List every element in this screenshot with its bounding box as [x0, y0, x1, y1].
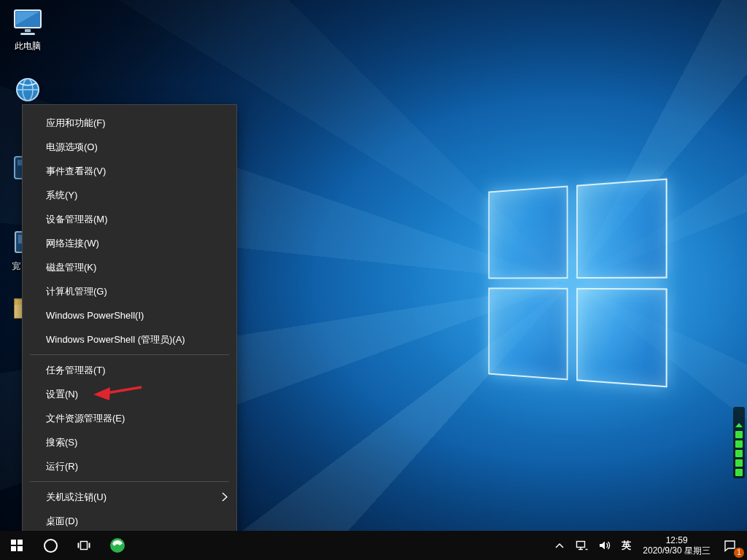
battery-gauge-widget[interactable]: [733, 407, 745, 478]
network-icon: [575, 540, 588, 551]
icon-label: 此电脑: [7, 41, 48, 51]
menu-item-label: 运行(R): [46, 461, 78, 472]
start-button[interactable]: [0, 531, 34, 560]
menu-separator: [30, 354, 229, 355]
menu-item-file-explorer[interactable]: 文件资源管理器(E): [23, 406, 236, 430]
globe-icon: [12, 76, 44, 105]
menu-separator: [30, 481, 229, 482]
taskbar-empty-area: [134, 531, 549, 560]
desktop-icon-this-pc[interactable]: 此电脑: [7, 9, 48, 51]
network-tray-button[interactable]: [570, 531, 593, 560]
gauge-arrow-icon: [735, 423, 743, 427]
menu-item-label: 系统(Y): [46, 190, 77, 201]
hidden-icons-button[interactable]: [549, 531, 570, 560]
menu-item-label: Windows PowerShell (管理员)(A): [46, 334, 185, 345]
menu-item-settings[interactable]: 设置(N): [23, 382, 236, 406]
menu-item-label: 网络连接(W): [46, 238, 99, 249]
gauge-segment: [735, 469, 743, 476]
menu-item-label: 设备管理器(M): [46, 214, 108, 225]
menu-item-powershell[interactable]: Windows PowerShell(I): [23, 303, 236, 327]
task-view-icon: [77, 540, 90, 551]
ime-label: 英: [622, 539, 631, 552]
menu-item-event-viewer[interactable]: 事件查看器(V): [23, 159, 236, 183]
chevron-up-icon: [554, 542, 565, 549]
menu-item-label: 应用和功能(F): [46, 117, 106, 128]
taskbar: 英 12:59 2020/9/30 星期三 1: [0, 531, 747, 560]
menu-item-apps-features[interactable]: 应用和功能(F): [23, 111, 236, 135]
gauge-segment: [735, 431, 743, 438]
menu-item-run[interactable]: 运行(R): [23, 454, 236, 478]
volume-button[interactable]: [593, 531, 616, 560]
clock-date: 2020/9/30 星期三: [643, 545, 711, 556]
desktop: 此电脑 宽 应用和功能(F) 电源选项(O): [0, 0, 747, 560]
menu-item-label: 电源选项(O): [46, 141, 98, 152]
menu-item-label: 事件查看器(V): [46, 166, 106, 176]
search-button[interactable]: [34, 531, 67, 560]
submenu-chevron-icon: [222, 492, 228, 502]
menu-item-label: 桌面(D): [46, 516, 78, 526]
menu-item-system[interactable]: 系统(Y): [23, 183, 236, 207]
ime-indicator[interactable]: 英: [616, 531, 636, 560]
winx-context-menu: 应用和功能(F) 电源选项(O) 事件查看器(V) 系统(Y) 设备管理器(M)…: [22, 104, 237, 537]
menu-item-label: 磁盘管理(K): [46, 262, 96, 273]
menu-item-search[interactable]: 搜索(S): [23, 430, 236, 454]
task-view-button[interactable]: [67, 531, 101, 560]
menu-item-label: 文件资源管理器(E): [46, 413, 125, 424]
menu-item-label: 计算机管理(G): [46, 286, 107, 297]
system-tray: 英 12:59 2020/9/30 星期三 1: [549, 531, 747, 560]
menu-item-network-connections[interactable]: 网络连接(W): [23, 231, 236, 255]
gauge-segment: [735, 440, 743, 448]
menu-item-computer-management[interactable]: 计算机管理(G): [23, 279, 236, 303]
menu-item-label: 设置(N): [46, 389, 78, 400]
menu-item-desktop[interactable]: 桌面(D): [23, 509, 236, 533]
computer-icon: [12, 9, 44, 36]
search-icon: [44, 539, 58, 553]
menu-item-disk-management[interactable]: 磁盘管理(K): [23, 255, 236, 279]
gauge-segment: [735, 459, 743, 467]
clock[interactable]: 12:59 2020/9/30 星期三: [636, 531, 717, 560]
speaker-icon: [598, 540, 611, 551]
menu-item-label: 任务管理器(T): [46, 365, 106, 376]
clock-time: 12:59: [666, 535, 688, 545]
green-browser-icon: [109, 537, 125, 553]
browser-button[interactable]: [101, 531, 134, 560]
menu-item-task-manager[interactable]: 任务管理器(T): [23, 358, 236, 382]
menu-item-label: 搜索(S): [46, 437, 77, 448]
notification-badge: 1: [734, 548, 744, 558]
gauge-segment: [735, 450, 743, 457]
menu-item-power-options[interactable]: 电源选项(O): [23, 135, 236, 159]
menu-item-device-manager[interactable]: 设备管理器(M): [23, 207, 236, 231]
menu-item-shutdown-signout[interactable]: 关机或注销(U): [23, 485, 236, 509]
windows-logo-icon: [11, 540, 23, 551]
menu-item-powershell-admin[interactable]: Windows PowerShell (管理员)(A): [23, 327, 236, 351]
action-center-button[interactable]: 1: [717, 531, 747, 560]
menu-item-label: Windows PowerShell(I): [46, 310, 144, 321]
menu-item-label: 关机或注销(U): [46, 491, 107, 502]
